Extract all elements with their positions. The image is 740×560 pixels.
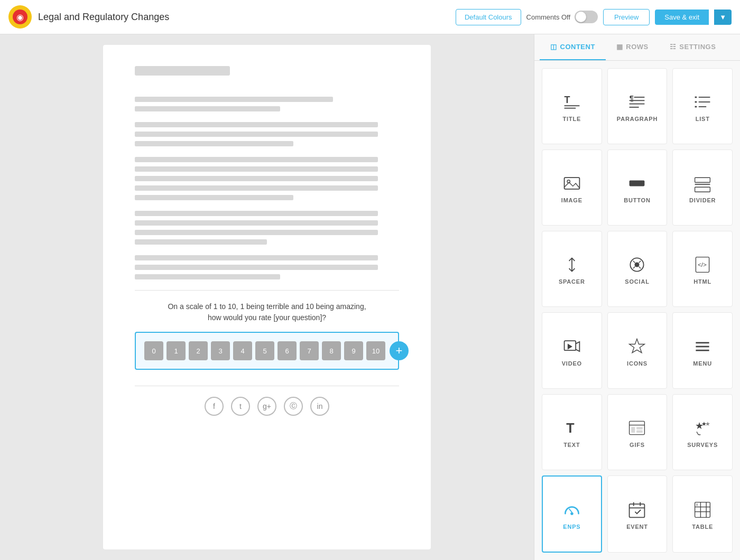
- text-line: [135, 255, 378, 260]
- text-line: [135, 141, 293, 146]
- footer-divider: [135, 386, 399, 386]
- nps-9[interactable]: 9: [344, 341, 363, 360]
- nps-4[interactable]: 4: [233, 341, 252, 360]
- text-line: [135, 265, 378, 270]
- comments-switch[interactable]: [575, 11, 598, 23]
- linkedin-icon[interactable]: in: [310, 397, 329, 416]
- nps-0[interactable]: 0: [144, 341, 163, 360]
- text-block-5: [135, 255, 399, 279]
- event-label: EVENT: [626, 524, 648, 530]
- content-item-spacer[interactable]: SPACER: [542, 231, 602, 307]
- content-item-title[interactable]: T TITLE: [542, 68, 602, 144]
- nps-6[interactable]: 6: [278, 341, 297, 360]
- content-item-menu[interactable]: MENU: [672, 312, 733, 388]
- social-icons: f t g+ Ⓒ in: [135, 397, 399, 416]
- preview-button[interactable]: Preview: [603, 9, 650, 25]
- main-layout: On a scale of 1 to 10, 1 being terrible …: [0, 34, 740, 560]
- paragraph-label: PARAGRAPH: [617, 116, 658, 122]
- table-icon: X: [693, 500, 712, 519]
- content-item-video[interactable]: VIDEO: [542, 312, 602, 388]
- rows-tab-icon: ▦: [616, 43, 623, 51]
- google-plus-icon[interactable]: g+: [257, 397, 276, 416]
- tab-settings[interactable]: ☷ SETTINGS: [659, 34, 727, 60]
- logo-inner: ◉: [13, 10, 27, 24]
- facebook-icon[interactable]: f: [205, 397, 224, 416]
- text-label: TEXT: [563, 442, 580, 448]
- content-item-image[interactable]: IMAGE: [542, 150, 602, 226]
- content-item-button[interactable]: BUTTON: [607, 150, 668, 226]
- tab-rows[interactable]: ▦ ROWS: [606, 34, 659, 60]
- svg-rect-17: [695, 178, 710, 182]
- instagram-icon[interactable]: Ⓒ: [284, 397, 303, 416]
- email-canvas: On a scale of 1 to 10, 1 being terrible …: [103, 45, 431, 549]
- nps-10[interactable]: 10: [366, 341, 385, 360]
- content-item-paragraph[interactable]: ¶ PARAGRAPH: [607, 68, 668, 144]
- text-block-1: [135, 97, 399, 111]
- comments-toggle: Comments Off: [526, 11, 598, 23]
- text-line: [135, 185, 378, 191]
- tab-content[interactable]: ◫ CONTENT: [540, 34, 606, 60]
- svg-rect-39: [637, 427, 643, 430]
- comments-label: Comments Off: [526, 13, 571, 21]
- nps-3[interactable]: 3: [211, 341, 230, 360]
- twitter-icon[interactable]: t: [231, 397, 250, 416]
- svg-line-24: [639, 261, 641, 263]
- logo: ◉: [8, 5, 32, 29]
- text-line: [135, 122, 378, 127]
- svg-text:T: T: [564, 95, 570, 105]
- nps-7[interactable]: 7: [300, 341, 319, 360]
- text-line: [135, 211, 378, 216]
- svg-rect-46: [630, 504, 645, 517]
- settings-tab-icon: ☷: [670, 43, 677, 51]
- save-exit-button[interactable]: Save & exit: [655, 10, 709, 25]
- save-caret-button[interactable]: ▼: [714, 10, 732, 25]
- text-line: [135, 274, 280, 279]
- content-grid: T TITLE ¶ PARAGRAPH: [534, 61, 740, 560]
- content-item-icons[interactable]: ICONS: [607, 312, 668, 388]
- svg-point-22: [635, 263, 640, 267]
- content-item-enps[interactable]: ENPS: [542, 475, 602, 553]
- spacer-icon: [562, 255, 581, 274]
- content-item-gifs[interactable]: GIFS: [607, 394, 668, 470]
- svg-text:X: X: [696, 503, 699, 507]
- text-line: [135, 132, 378, 137]
- content-item-list[interactable]: LIST: [672, 68, 733, 144]
- social-label: SOCIAL: [625, 278, 649, 285]
- content-item-surveys[interactable]: ★ ★ ★ SURVEYS: [672, 394, 733, 470]
- text-block-4: [135, 211, 399, 245]
- text-line: [135, 176, 378, 181]
- default-colours-button[interactable]: Default Colours: [456, 9, 521, 25]
- gifs-label: GIFS: [630, 442, 645, 448]
- content-item-social[interactable]: SOCIAL: [607, 231, 668, 307]
- table-label: TABLE: [692, 524, 713, 530]
- button-label: BUTTON: [624, 197, 650, 203]
- svg-rect-40: [637, 430, 643, 433]
- content-tab-label: CONTENT: [560, 43, 595, 51]
- svg-line-45: [569, 509, 571, 512]
- content-item-html[interactable]: </> HTML: [672, 231, 733, 307]
- text-block-3: [135, 157, 399, 200]
- content-item-divider[interactable]: DIVIDER: [672, 150, 733, 226]
- nps-8[interactable]: 8: [322, 341, 341, 360]
- menu-label: MENU: [693, 360, 712, 367]
- nps-1[interactable]: 1: [166, 341, 186, 360]
- list-icon: [693, 92, 712, 111]
- svg-marker-30: [568, 343, 572, 349]
- text-icon: T: [562, 418, 581, 437]
- content-item-text[interactable]: T TEXT: [542, 394, 602, 470]
- gifs-icon: [627, 418, 646, 437]
- title-label: TITLE: [563, 116, 581, 122]
- nps-add-button[interactable]: +: [390, 341, 409, 360]
- nps-2[interactable]: 2: [189, 341, 208, 360]
- svg-rect-16: [630, 181, 645, 186]
- video-icon: [562, 337, 581, 356]
- nps-5[interactable]: 5: [255, 341, 274, 360]
- content-item-table[interactable]: X TABLE: [672, 475, 733, 553]
- svg-marker-31: [630, 339, 645, 352]
- content-item-event[interactable]: EVENT: [607, 475, 668, 553]
- rows-tab-label: ROWS: [626, 43, 648, 51]
- html-label: HTML: [693, 278, 711, 285]
- nps-numbers: 0 1 2 3 4 5 6 7 8 9 10: [144, 341, 385, 360]
- list-label: LIST: [696, 116, 710, 122]
- html-icon: </>: [693, 255, 712, 274]
